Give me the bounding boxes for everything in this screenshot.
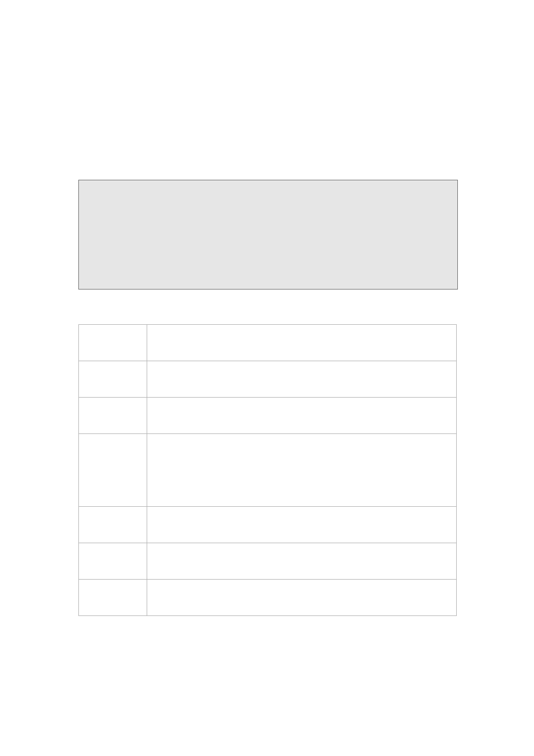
table-row	[79, 580, 457, 616]
param-name-cell	[79, 398, 147, 434]
param-value-cell	[147, 325, 456, 361]
table-row	[79, 434, 457, 507]
param-value-cell	[147, 543, 456, 580]
param-value-cell	[147, 507, 456, 543]
param-value-cell	[147, 398, 456, 434]
table-row	[79, 543, 457, 580]
param-value-cell	[147, 434, 456, 507]
param-name-cell	[79, 580, 147, 616]
param-name-cell	[79, 361, 147, 398]
params-table	[78, 324, 457, 616]
table-row	[79, 398, 457, 434]
table-row	[79, 325, 457, 361]
doc-banner	[78, 180, 458, 290]
param-name-cell	[79, 434, 147, 507]
param-value-cell	[147, 361, 456, 398]
page	[0, 0, 534, 756]
table-row	[79, 507, 457, 543]
param-value-cell	[147, 580, 456, 616]
param-name-cell	[79, 507, 147, 543]
table-row	[79, 361, 457, 398]
param-name-cell	[79, 543, 147, 580]
param-name-cell	[79, 325, 147, 361]
